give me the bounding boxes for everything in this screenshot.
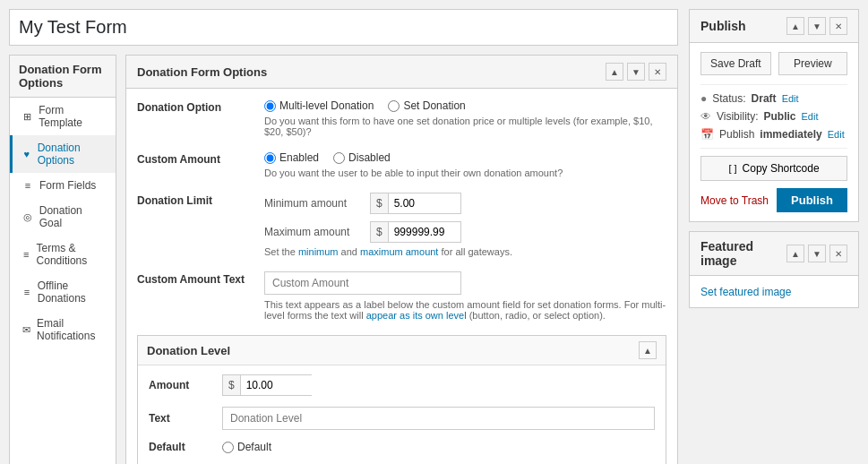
publish-close-button[interactable]: ✕	[829, 17, 847, 35]
terms-icon: ≡	[21, 249, 31, 260]
shortcode-icon: [ ]	[728, 163, 736, 174]
donation-option-label: Donation Option	[137, 99, 254, 114]
set-featured-image-link[interactable]: Set featured image	[700, 286, 791, 298]
set-donation-radio[interactable]	[388, 100, 400, 112]
right-sidebar: Publish ▲ ▼ ✕ Save Draft Preview ● Statu…	[689, 9, 859, 464]
minimum-input-wrap: $	[370, 193, 461, 214]
visibility-row: 👁 Visibility: Public Edit	[700, 110, 847, 123]
sidebar-item-label: Form Fields	[39, 179, 96, 192]
sidebar-item-form-fields[interactable]: ≡ Form Fields	[10, 173, 116, 198]
sidebar-item-label: Email Notifications	[37, 317, 107, 342]
disabled-radio[interactable]	[333, 152, 345, 164]
enabled-label: Enabled	[279, 151, 319, 164]
featured-image-body: Set featured image	[690, 276, 858, 307]
donation-limit-grid: Minimum amount $ Maximum amount	[264, 193, 666, 243]
donation-option-row: Donation Option Multi-level Donation	[137, 99, 666, 137]
featured-close-button[interactable]: ✕	[829, 245, 847, 262]
status-edit-link[interactable]: Edit	[782, 93, 799, 104]
status-value: Draft	[752, 92, 777, 105]
close-panel-button[interactable]: ✕	[649, 63, 666, 81]
collapse-up-button[interactable]: ▲	[606, 63, 623, 81]
draft-preview-row: Save Draft Preview	[700, 52, 847, 75]
donation-limit-helper: Set the minimum and maximum amount for a…	[264, 246, 666, 257]
multi-level-option[interactable]: Multi-level Donation	[264, 99, 374, 112]
disabled-label: Disabled	[348, 151, 391, 164]
donation-form-options-panel: Donation Form Options ▲ ▼ ✕ Donation Opt…	[125, 55, 678, 464]
visibility-edit-link[interactable]: Edit	[801, 111, 818, 122]
save-draft-button[interactable]: Save Draft	[700, 52, 771, 75]
sub-panel-collapse-button[interactable]: ▲	[639, 341, 657, 359]
donation-option-content: Multi-level Donation Set Donation Do you…	[264, 99, 666, 137]
sub-panel-body: Amount $ Text	[138, 365, 666, 464]
minimum-amount-input[interactable]	[389, 193, 460, 213]
maximum-amount-input[interactable]	[389, 222, 460, 242]
donation-limit-content: Minimum amount $ Maximum amount	[264, 193, 666, 257]
amount-label: Amount	[149, 379, 211, 391]
default-radio[interactable]	[222, 442, 234, 453]
minimum-label: Minimum amount	[264, 197, 363, 210]
set-donation-label: Set Donation	[403, 99, 465, 112]
sidebar-item-form-template[interactable]: ⊞ Form Template	[10, 98, 116, 135]
preview-button[interactable]: Preview	[778, 52, 847, 75]
visibility-icon: 👁	[700, 110, 711, 123]
maximum-input-wrap: $	[370, 221, 461, 243]
custom-amount-text-input[interactable]	[264, 271, 461, 295]
publish-bottom: Move to Trash Publish	[700, 188, 847, 212]
form-title-input[interactable]	[19, 17, 668, 38]
panel-controls: ▲ ▼ ✕	[606, 63, 666, 81]
custom-amount-helper: Do you want the user to be able to input…	[264, 168, 666, 178]
sidebar-item-donation-options[interactable]: ♥ Donation Options	[10, 135, 116, 173]
donation-level-panel: Donation Level ▲ Amount $	[137, 335, 666, 464]
donation-level-amount-input[interactable]	[241, 375, 313, 395]
sidebar-item-label: Form Template	[39, 104, 107, 129]
left-sidebar: Donation Form Options ⊞ Form Template ♥ …	[9, 55, 116, 464]
publish-label: Publish	[719, 128, 754, 141]
custom-amount-label: Custom Amount	[137, 151, 254, 166]
publish-widget: Publish ▲ ▼ ✕ Save Draft Preview ● Statu…	[689, 9, 859, 222]
set-donation-option[interactable]: Set Donation	[388, 99, 465, 112]
donation-options-icon: ♥	[21, 149, 32, 159]
publish-button[interactable]: Publish	[777, 188, 847, 212]
sidebar-item-email-notifications[interactable]: ✉ Email Notifications	[10, 311, 116, 348]
sidebar-item-label: Terms & Conditions	[37, 242, 107, 267]
enabled-radio[interactable]	[264, 152, 276, 164]
default-label: Default	[149, 441, 211, 453]
status-row: ● Status: Draft Edit	[700, 92, 847, 105]
form-title-bar	[9, 9, 678, 46]
publish-collapse-up-button[interactable]: ▲	[786, 17, 804, 35]
collapse-down-button[interactable]: ▼	[627, 63, 645, 81]
amount-input-wrap: $	[222, 374, 312, 396]
sidebar-item-offline-donations[interactable]: ≡ Offline Donations	[10, 273, 116, 311]
enabled-option[interactable]: Enabled	[264, 151, 319, 164]
publish-edit-link[interactable]: Edit	[828, 129, 845, 140]
sidebar-item-terms-conditions[interactable]: ≡ Terms & Conditions	[10, 236, 116, 273]
sidebar-item-label: Offline Donations	[38, 279, 107, 305]
sidebar-item-donation-goal[interactable]: ◎ Donation Goal	[10, 198, 116, 236]
donation-level-text-input[interactable]	[222, 407, 655, 430]
copy-shortcode-button[interactable]: [ ] Copy Shortcode	[700, 156, 847, 181]
custom-amount-radio-group: Enabled Disabled	[264, 151, 666, 164]
panel-title: Donation Form Options	[137, 65, 267, 79]
featured-collapse-down-button[interactable]: ▼	[808, 245, 826, 262]
copy-shortcode-label: Copy Shortcode	[743, 162, 820, 175]
visibility-label: Visibility:	[717, 110, 758, 123]
donation-level-amount-row: Amount $	[149, 374, 655, 396]
donation-level-text-row: Text	[149, 407, 655, 430]
featured-image-header: Featured image ▲ ▼ ✕	[690, 232, 858, 276]
featured-collapse-up-button[interactable]: ▲	[786, 245, 804, 262]
disabled-option[interactable]: Disabled	[333, 151, 391, 164]
default-option-label: Default	[237, 441, 271, 453]
publish-collapse-down-button[interactable]: ▼	[808, 17, 826, 35]
multi-level-radio[interactable]	[264, 100, 276, 112]
form-template-icon: ⊞	[21, 111, 33, 123]
publish-widget-controls: ▲ ▼ ✕	[786, 17, 847, 35]
status-icon: ●	[700, 92, 707, 105]
publish-widget-title: Publish	[700, 19, 746, 33]
publish-widget-header: Publish ▲ ▼ ✕	[690, 10, 858, 43]
amount-currency-symbol: $	[223, 375, 241, 395]
sidebar-item-label: Donation Options	[38, 142, 107, 167]
move-to-trash-link[interactable]: Move to Trash	[700, 194, 769, 207]
offline-icon: ≡	[21, 287, 32, 297]
donation-option-helper: Do you want this form to have one set do…	[264, 116, 666, 137]
default-radio-option[interactable]: Default	[222, 441, 271, 453]
